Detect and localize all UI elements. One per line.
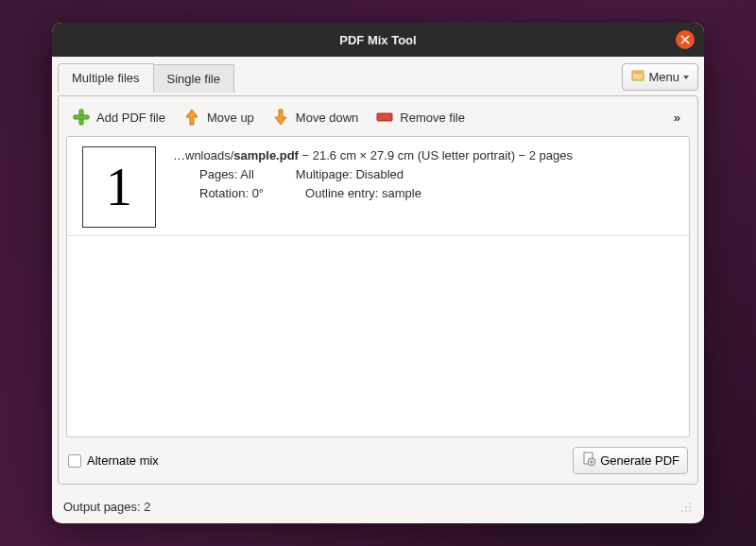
rotation-value: Rotation: 0°	[199, 186, 264, 200]
status-bar: Output pages: 2	[52, 490, 704, 523]
arrow-up-icon	[182, 108, 201, 127]
file-metadata: …wnloads/sample.pdf − 21.6 cm × 27.9 cm …	[173, 145, 679, 228]
svg-rect-4	[377, 113, 392, 121]
file-list-item[interactable]: 1 …wnloads/sample.pdf − 21.6 cm × 27.9 c…	[67, 137, 689, 236]
remove-file-button[interactable]: Remove file	[375, 108, 465, 127]
move-down-button[interactable]: Move down	[271, 108, 358, 127]
svg-point-7	[591, 461, 593, 463]
menu-button[interactable]: Menu	[622, 63, 698, 91]
toolbar: Add PDF file Move up Move down	[66, 104, 690, 136]
svg-rect-1	[632, 71, 644, 74]
remove-icon	[375, 108, 394, 127]
svg-rect-3	[74, 115, 89, 119]
main-panel: Add PDF file Move up Move down	[58, 95, 698, 485]
resize-grip-icon[interactable]	[679, 501, 693, 514]
metadata-row: Pages: All Multipage: Disabled	[173, 167, 679, 181]
menu-icon	[630, 68, 645, 86]
alternate-mix-checkbox[interactable]: Alternate mix	[68, 453, 159, 468]
svg-point-13	[689, 510, 691, 512]
window-title: PDF Mix Tool	[339, 33, 416, 47]
svg-point-11	[681, 510, 683, 512]
titlebar: PDF Mix Tool	[52, 23, 704, 57]
svg-point-10	[689, 506, 691, 508]
file-dimensions: − 21.6 cm × 27.9 cm (US letter portrait)…	[299, 148, 573, 162]
app-window: PDF Mix Tool Multiple files Single file …	[52, 23, 704, 523]
svg-point-8	[689, 503, 691, 504]
tab-single-file[interactable]: Single file	[154, 64, 234, 93]
button-label: Generate PDF	[600, 453, 679, 468]
checkbox-box-icon	[68, 454, 81, 468]
thumbnail-page-number: 1	[106, 157, 132, 217]
checkbox-label: Alternate mix	[87, 453, 159, 468]
tab-multiple-files[interactable]: Multiple files	[58, 63, 154, 93]
file-list[interactable]: 1 …wnloads/sample.pdf − 21.6 cm × 27.9 c…	[66, 136, 690, 437]
button-label: Move down	[296, 111, 358, 125]
gear-document-icon	[581, 452, 596, 469]
file-title-line: …wnloads/sample.pdf − 21.6 cm × 27.9 cm …	[173, 148, 679, 162]
file-path-prefix: …wnloads/	[173, 148, 233, 162]
toolbar-overflow-button[interactable]: »	[670, 111, 684, 125]
move-up-button[interactable]: Move up	[182, 108, 254, 127]
button-label: Remove file	[400, 111, 465, 125]
menu-label: Menu	[648, 70, 679, 84]
outline-value: Outline entry: sample	[305, 186, 421, 200]
add-pdf-button[interactable]: Add PDF file	[72, 108, 165, 127]
tab-label: Multiple files	[72, 71, 140, 85]
content-area: Multiple files Single file Menu	[52, 57, 704, 490]
bottom-controls: Alternate mix Generate PDF	[66, 445, 690, 476]
metadata-row: Rotation: 0° Outline entry: sample	[173, 186, 679, 200]
plus-icon	[72, 108, 91, 127]
svg-point-12	[685, 510, 687, 512]
arrow-down-icon	[271, 108, 290, 127]
chevron-down-icon	[682, 70, 690, 84]
chevron-right-double-icon: »	[674, 111, 680, 125]
close-button[interactable]	[676, 30, 695, 49]
file-name: sample.pdf	[233, 148, 299, 162]
button-label: Move up	[207, 111, 254, 125]
multipage-value: Multipage: Disabled	[296, 167, 404, 181]
button-label: Add PDF file	[96, 111, 165, 125]
close-icon	[680, 33, 690, 47]
file-thumbnail: 1	[82, 146, 156, 228]
tab-row: Multiple files Single file Menu	[58, 62, 698, 92]
tab-label: Single file	[167, 72, 220, 86]
pages-value: Pages: All	[199, 167, 254, 181]
output-pages-label: Output pages: 2	[63, 500, 151, 514]
generate-pdf-button[interactable]: Generate PDF	[573, 447, 688, 474]
svg-point-9	[685, 506, 687, 508]
